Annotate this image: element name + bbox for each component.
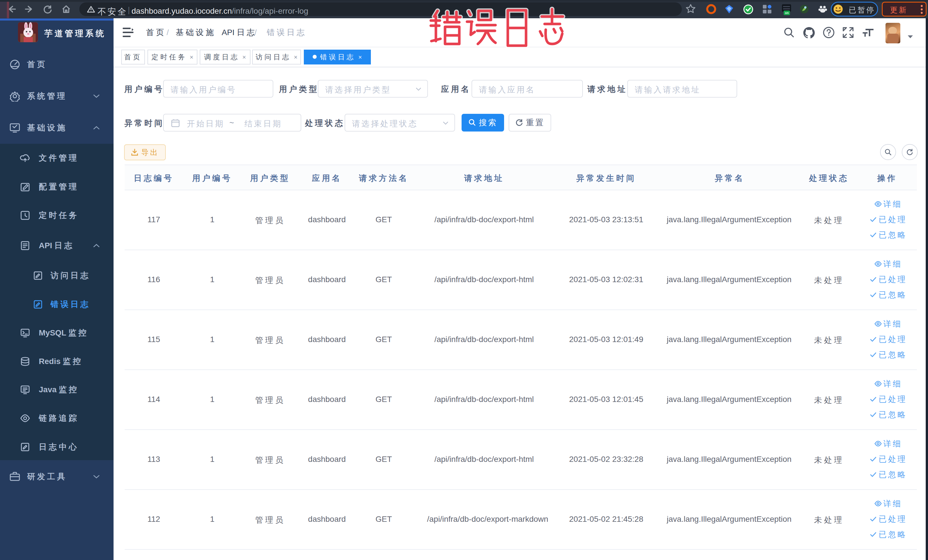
svg-text:on: on [785,11,789,15]
